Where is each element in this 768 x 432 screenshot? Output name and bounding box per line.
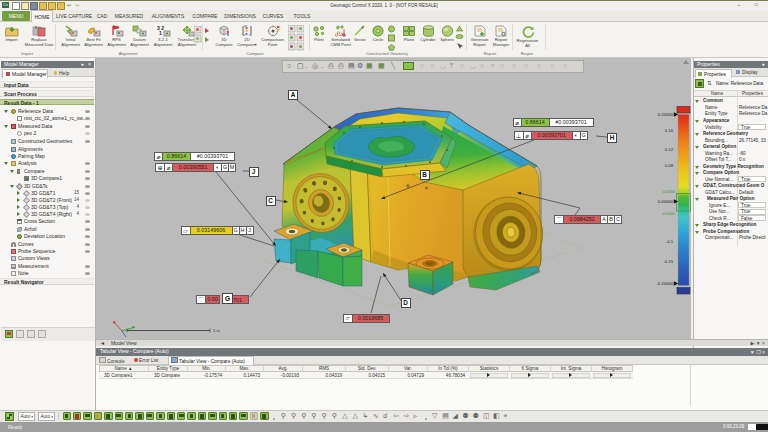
- svg-text:0.08: 0.08: [665, 163, 674, 168]
- svg-text:-0.15: -0.15: [663, 259, 673, 264]
- svg-text:5 in: 5 in: [213, 328, 220, 333]
- svg-text:1: 1: [159, 30, 162, 36]
- svg-text:0.00000: 0.00000: [658, 199, 674, 204]
- svg-text:-0.1: -0.1: [666, 239, 674, 244]
- svg-text:0.16: 0.16: [665, 128, 674, 133]
- svg-text:0.20000: 0.20000: [658, 112, 674, 117]
- svg-text:-0.20000: -0.20000: [656, 281, 673, 286]
- svg-text:0.02000: 0.02000: [663, 190, 675, 194]
- svg-text:-0.02000: -0.02000: [662, 212, 675, 216]
- svg-text:0.12: 0.12: [665, 147, 674, 152]
